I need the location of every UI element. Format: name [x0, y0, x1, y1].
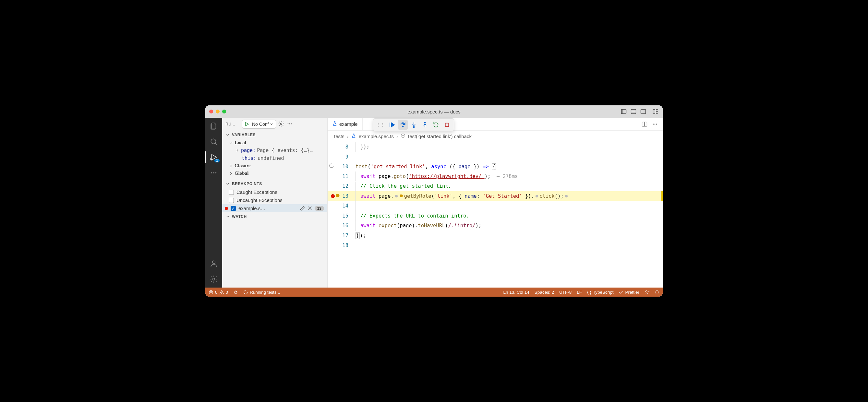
svg-point-50 [646, 291, 647, 292]
breadcrumbs[interactable]: tests › example.spec.ts › test('get star… [328, 131, 663, 142]
svg-point-20 [281, 123, 282, 125]
window-title: example.spec.ts — docs [205, 109, 663, 114]
config-name[interactable]: No Conf [251, 122, 276, 127]
remove-icon[interactable] [307, 205, 313, 211]
svg-point-37 [655, 124, 655, 125]
variable-this[interactable]: this: undefined [222, 154, 327, 162]
stop-button[interactable] [442, 120, 452, 130]
status-indentation[interactable]: Spaces: 2 [534, 290, 554, 295]
variables-label: VARIABLES [232, 133, 256, 137]
svg-point-10 [211, 139, 216, 144]
panel-left-icon[interactable] [621, 108, 627, 115]
more-icon[interactable] [209, 168, 218, 177]
svg-point-17 [213, 261, 215, 264]
svg-point-32 [424, 122, 425, 123]
svg-marker-27 [391, 123, 395, 127]
debug-badge: 1 [214, 159, 220, 162]
layout-icon[interactable] [652, 108, 659, 115]
svg-point-16 [215, 172, 217, 173]
svg-rect-7 [653, 109, 655, 113]
code-editor[interactable]: 8}); 9 10test('get started link', async … [328, 142, 663, 288]
breadcrumb-folder[interactable]: tests [334, 134, 344, 139]
svg-line-11 [215, 143, 217, 144]
checkbox-icon[interactable] [229, 190, 234, 195]
panel-right-icon[interactable] [640, 108, 647, 115]
status-bell-icon[interactable] [655, 290, 659, 295]
status-problems[interactable]: 0 0 [209, 290, 228, 295]
status-running-tests[interactable]: Running tests... [243, 290, 280, 295]
activity-bar: 1 [205, 118, 222, 288]
minimize-window-button[interactable] [216, 109, 220, 113]
symbol-icon [401, 133, 405, 139]
svg-rect-9 [656, 112, 658, 114]
checkbox-icon[interactable] [229, 198, 234, 203]
edit-icon[interactable] [300, 205, 305, 211]
status-feedback-icon[interactable] [645, 290, 649, 295]
status-bar: 0 0 Running tests... Ln 13, Col 14 Space… [205, 288, 663, 297]
breadcrumb-symbol[interactable]: test('get started link') callback [408, 134, 472, 139]
panel-bottom-icon[interactable] [630, 108, 637, 115]
svg-point-22 [289, 123, 290, 124]
variables-section[interactable]: VARIABLES [222, 131, 327, 139]
explorer-icon[interactable] [209, 122, 218, 131]
debug-header: RU… No Conf [222, 118, 327, 131]
status-encoding[interactable]: UTF-8 [559, 290, 571, 295]
window-controls [209, 109, 226, 113]
checkbox-checked-icon[interactable]: ✓ [230, 206, 236, 211]
svg-point-15 [213, 172, 214, 173]
grip-icon[interactable]: ⋮⋮ [375, 122, 386, 127]
run-debug-icon[interactable]: 1 [209, 153, 218, 162]
breakpoint-icon[interactable] [331, 194, 335, 198]
svg-point-38 [656, 124, 657, 125]
status-prettier[interactable]: Prettier [619, 290, 639, 295]
svg-point-30 [413, 127, 414, 127]
scope-global[interactable]: Global [222, 170, 327, 177]
bp-caught-exceptions[interactable]: Caught Exceptions [222, 188, 327, 196]
svg-point-18 [213, 278, 215, 280]
breakpoints-section[interactable]: BREAKPOINTS [222, 179, 327, 188]
restart-button[interactable] [431, 120, 441, 130]
debug-toolbar[interactable]: ⋮⋮ [373, 118, 454, 131]
scope-local[interactable]: Local [222, 139, 327, 146]
editor-group: example ⋮⋮ tests › [328, 118, 663, 288]
step-into-button[interactable] [409, 120, 419, 130]
svg-point-28 [402, 126, 403, 127]
watch-label: WATCH [232, 214, 247, 219]
bp-file-entry[interactable]: ✓ example.s… 13 [222, 204, 327, 212]
svg-rect-5 [641, 109, 646, 113]
maximize-window-button[interactable] [222, 109, 226, 113]
titlebar: example.spec.ts — docs [205, 105, 663, 118]
account-icon[interactable] [209, 259, 218, 268]
search-icon[interactable] [209, 137, 218, 146]
step-out-button[interactable] [420, 120, 430, 130]
breakpoint-dot-icon [225, 207, 228, 210]
scope-closure[interactable]: Closure [222, 162, 327, 170]
debug-config-selector[interactable]: No Conf [242, 120, 276, 129]
status-debug-icon[interactable] [233, 290, 238, 295]
svg-point-14 [211, 172, 213, 173]
variable-page[interactable]: page: Page {_events: {…}… [222, 146, 327, 154]
watch-section[interactable]: WATCH [222, 212, 327, 221]
tab-label: example [339, 121, 358, 127]
bp-uncaught-exceptions[interactable]: Uncaught Exceptions [222, 196, 327, 204]
panel-title: RU… [225, 122, 240, 127]
split-editor-icon[interactable] [641, 121, 648, 127]
editor-more-icon[interactable] [652, 121, 658, 127]
status-eol[interactable]: LF [577, 290, 582, 295]
debug-sidebar: RU… No Conf VARIABLES [222, 118, 328, 288]
continue-button[interactable] [387, 120, 397, 130]
svg-rect-2 [621, 109, 623, 113]
debug-more-icon[interactable] [286, 121, 293, 128]
breakpoints-label: BREAKPOINTS [232, 181, 262, 186]
tab-example-spec[interactable]: example [328, 118, 363, 130]
debug-settings-icon[interactable] [278, 121, 284, 128]
start-debug-icon[interactable] [242, 122, 251, 127]
status-language[interactable]: { }TypeScript [587, 290, 614, 295]
breadcrumb-file[interactable]: example.spec.ts [359, 134, 394, 139]
spinner-icon [329, 162, 334, 171]
status-cursor-position[interactable]: Ln 13, Col 14 [503, 290, 529, 295]
step-over-button[interactable] [398, 120, 408, 130]
tab-bar: example ⋮⋮ [328, 118, 663, 131]
settings-gear-icon[interactable] [209, 275, 218, 284]
close-window-button[interactable] [209, 109, 213, 113]
